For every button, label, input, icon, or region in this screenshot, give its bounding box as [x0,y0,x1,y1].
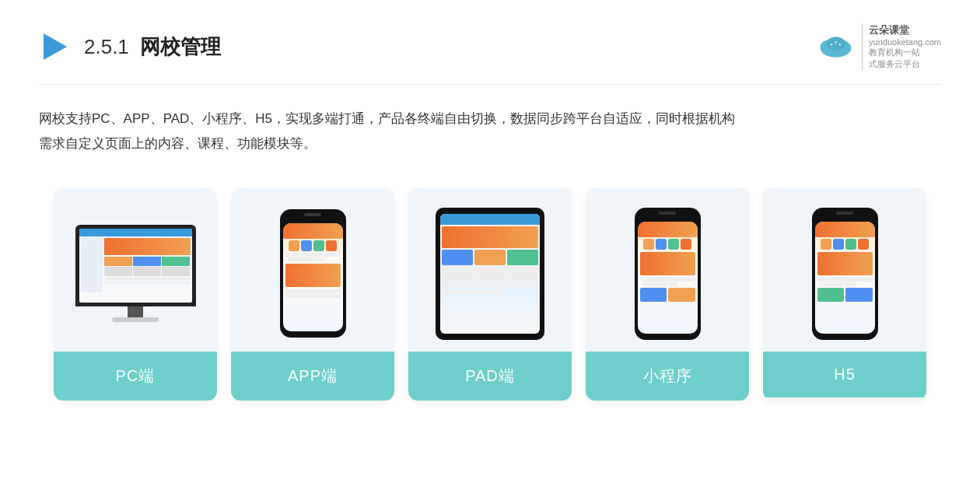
description-line2: 需求自定义页面上的内容、课程、功能模块等。 [39,131,941,156]
brand-cloud-icon [817,32,856,61]
header-left: 2.5.1 网校管理 [39,30,221,63]
card-pc: PC端 [54,188,217,401]
svg-point-7 [839,44,842,46]
cards-section: PC端 [39,188,941,401]
logo-icon [39,30,72,63]
card-pad-image [408,188,572,352]
pc-monitor-mockup [75,225,196,322]
card-pad-label: PAD端 [408,352,572,401]
phone-mockup-mini [635,208,701,340]
svg-point-5 [831,44,833,46]
card-h5-label: H5 [763,352,926,397]
card-app-label: APP端 [231,352,394,401]
phone-mockup-h5 [812,208,878,340]
card-pc-image [54,188,217,352]
card-app-image [231,188,394,352]
card-miniprogram-image [586,188,749,352]
pad-mockup [436,208,544,340]
brand-text-block: 云朵课堂 yunduoketang.com 教育机构一站 式服务云平台 [862,23,941,70]
card-h5-image [763,188,926,352]
brand-logo: 云朵课堂 yunduoketang.com 教育机构一站 式服务云平台 [817,23,941,70]
svg-marker-0 [44,33,67,60]
page-header: 2.5.1 网校管理 云朵课堂 yunduoketang.com 教育机构一站 [39,23,941,85]
svg-point-4 [826,37,845,51]
card-pc-label: PC端 [54,352,217,401]
description-block: 网校支持PC、APP、PAD、小程序、H5，实现多端打通，产品各终端自由切换，数… [39,107,941,157]
card-miniprogram: 小程序 [586,188,749,401]
description-line1: 网校支持PC、APP、PAD、小程序、H5，实现多端打通，产品各终端自由切换，数… [39,107,941,131]
card-app: APP端 [231,188,394,401]
svg-point-6 [835,41,837,44]
page-wrapper: 2.5.1 网校管理 云朵课堂 yunduoketang.com 教育机构一站 [0,0,980,490]
card-miniprogram-label: 小程序 [586,352,749,401]
card-h5: H5 [763,188,926,401]
card-pad: PAD端 [408,188,572,401]
page-title: 2.5.1 网校管理 [84,33,221,61]
phone-mockup-app [280,209,346,338]
